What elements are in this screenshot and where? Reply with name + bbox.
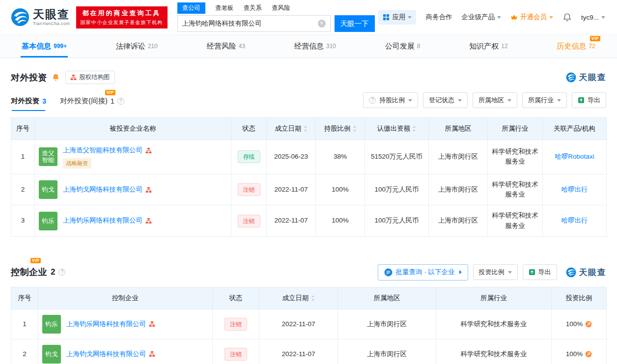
holding-ratio-filter[interactable]: ? 持股比例 — [363, 92, 418, 108]
business-cooperation-link[interactable]: 商务合作 — [425, 13, 452, 22]
cell-related-product: 哈啰出行 — [543, 174, 607, 205]
investment-ratio-filter[interactable]: 投资比例 — [473, 264, 518, 280]
notification-bell-icon[interactable] — [52, 73, 60, 82]
company-link[interactable]: 上海钧乐网络科技有限公司 — [66, 319, 146, 329]
question-circle-icon[interactable]: ? — [58, 269, 65, 276]
outbound-investment-section: 对外投资 股权结构图 天眼查 对外投资 3 VIP 对外投资(间接) 1 — [11, 71, 606, 237]
main-content: 对外投资 股权结构图 天眼查 对外投资 3 VIP 对外投资(间接) 1 — [0, 58, 617, 364]
crown-icon — [510, 14, 518, 20]
tab-operation-info[interactable]: 经营信息 310 — [294, 35, 336, 57]
cell-holding-ratio: 100% — [316, 174, 365, 205]
cell-industry: 科学研究和技术服务业 — [488, 140, 543, 174]
tab-company-development[interactable]: 公司发展 8 — [385, 35, 421, 57]
tianyancha-logo-icon — [566, 72, 576, 83]
equity-structure-chart-button[interactable]: 股权结构图 — [65, 71, 115, 84]
status-badge: 注销 — [238, 183, 260, 196]
watermark-text: 天眼查 — [579, 72, 607, 83]
chevron-down-icon — [557, 99, 561, 102]
company-avatar[interactable]: 钧戈 — [42, 345, 61, 364]
tab-basic-info[interactable]: 基本信息 999+ — [22, 35, 67, 57]
investment-subtabs: 对外投资 3 VIP 对外投资(间接) 1 ? — [11, 96, 124, 111]
company-avatar[interactable]: 钧戈 — [39, 180, 57, 199]
tab-label: 公司发展 — [385, 42, 415, 51]
region-filter[interactable]: 所属地区 — [473, 92, 517, 108]
tab-legal-litigation[interactable]: 法律诉讼 210 — [116, 35, 158, 57]
tianyancha-logo[interactable]: 天眼查 TianYanCha.com — [11, 8, 70, 27]
search-button[interactable]: 天眼一下 — [335, 15, 375, 32]
search-input[interactable] — [182, 20, 318, 28]
enterprise-products-label: 企业级产品 — [461, 13, 495, 22]
open-membership-menu[interactable]: 开通会员 — [510, 13, 553, 22]
equity-structure-icon[interactable] — [149, 351, 155, 357]
chevron-down-icon — [508, 271, 512, 274]
tab-intellectual-property[interactable]: 知识产权 12 — [469, 35, 507, 57]
col-status: 状态 — [213, 287, 259, 309]
apps-menu[interactable]: 应用 — [378, 10, 416, 25]
export-label: 导出 — [588, 96, 600, 105]
bell-icon[interactable] — [562, 13, 572, 22]
tianyancha-watermark: 天眼查 — [566, 267, 607, 278]
col-industry: 所属行业 — [436, 287, 552, 309]
search-tab-boss[interactable]: 查老板 — [215, 2, 234, 14]
sort-icon — [304, 126, 308, 132]
tab-label: 基本信息 — [22, 42, 51, 51]
cell-industry: 科学研究和技术服务业 — [436, 339, 552, 364]
penetrate-icon[interactable] — [585, 321, 592, 328]
tab-count: 12 — [501, 43, 507, 50]
col-related-product: 关联产品/机构 — [543, 118, 607, 140]
company-link[interactable]: 上海造父智能科技有限公司 — [63, 145, 142, 155]
tab-history-info[interactable]: VIP 历史信息 72 — [557, 35, 595, 57]
tab-count: 310 — [326, 43, 336, 50]
col-founded-date[interactable]: 成立日期 — [259, 287, 338, 309]
search-tab-risk[interactable]: 查风险 — [272, 2, 290, 14]
search-tabs: 查公司 查老板 查关系 查风险 — [177, 2, 375, 14]
tab-label: 知识产权 — [469, 42, 499, 51]
subtab-direct-investment[interactable]: 对外投资 3 — [11, 96, 46, 111]
penetrate-icon[interactable] — [585, 351, 592, 358]
enterprise-products-menu[interactable]: 企业级产品 — [461, 13, 501, 22]
export-button[interactable]: 导出 — [572, 92, 606, 108]
cell-founded-date: 2022-11-07 — [267, 174, 316, 205]
tab-label: 法律诉讼 — [116, 42, 145, 51]
batch-query-button[interactable]: 批量查询 · 以下企业 — [378, 264, 468, 280]
company-avatar[interactable]: 钧乐 — [42, 315, 61, 334]
company-link[interactable]: 上海钧戈网络科技有限公司 — [66, 349, 146, 359]
search-tab-company[interactable]: 查公司 — [177, 2, 206, 14]
export-button[interactable]: 导出 — [523, 264, 557, 280]
chevron-down-icon — [549, 16, 553, 19]
industry-filter[interactable]: 所属行业 — [522, 92, 567, 108]
export-label: 导出 — [538, 268, 551, 277]
equity-structure-icon[interactable] — [145, 218, 152, 224]
top-bar: 天眼查 TianYanCha.com 都在用的商业查询工具 国家中小企业发展子基… — [0, 0, 617, 34]
cell-investment-ratio: 100% — [552, 339, 607, 364]
col-subscribed-capital[interactable]: 认缴出资额 — [365, 118, 429, 140]
tab-operation-risk[interactable]: 经营风险 43 — [207, 35, 245, 57]
company-link[interactable]: 上海钧戈网络科技有限公司 — [63, 185, 142, 195]
grid-icon — [383, 14, 390, 21]
batch-query-label: 批量查询 · 以下企业 — [396, 268, 455, 277]
subtab-label: 对外投资 — [11, 96, 39, 106]
equity-structure-icon[interactable] — [149, 321, 155, 327]
equity-structure-icon[interactable] — [145, 147, 152, 154]
username: tyc9... — [581, 14, 599, 21]
registration-status-filter[interactable]: 登记状态 — [423, 92, 468, 108]
company-link[interactable]: 上海钧乐网络科技有限公司 — [63, 216, 142, 225]
company-avatar[interactable]: 造父智能 — [39, 147, 57, 166]
filter-label: 投资比例 — [479, 268, 505, 277]
product-link[interactable]: 哈啰出行 — [561, 217, 588, 224]
col-founded-date[interactable]: 成立日期 — [267, 118, 316, 140]
clear-search-icon[interactable]: × — [318, 20, 326, 28]
equity-structure-icon[interactable] — [145, 187, 152, 193]
user-menu[interactable]: tyc9... — [581, 14, 605, 21]
product-link[interactable]: 哈啰出行 — [561, 186, 588, 193]
search-tab-relation[interactable]: 查关系 — [244, 2, 262, 14]
subtab-indirect-investment[interactable]: VIP 对外投资(间接) 1 ? — [60, 96, 124, 111]
filter-label: 登记状态 — [429, 96, 454, 105]
question-circle-icon: ? — [369, 97, 376, 104]
company-avatar[interactable]: 钧乐 — [39, 212, 57, 230]
col-holding-ratio[interactable]: 持股比例 — [316, 118, 365, 140]
cell-industry: 科学研究和技术服务业 — [488, 205, 543, 237]
product-link[interactable]: 哈啰Robotaxi — [555, 153, 594, 160]
question-circle-icon[interactable]: ? — [117, 98, 124, 105]
cell-holding-ratio: 100% — [316, 205, 365, 237]
